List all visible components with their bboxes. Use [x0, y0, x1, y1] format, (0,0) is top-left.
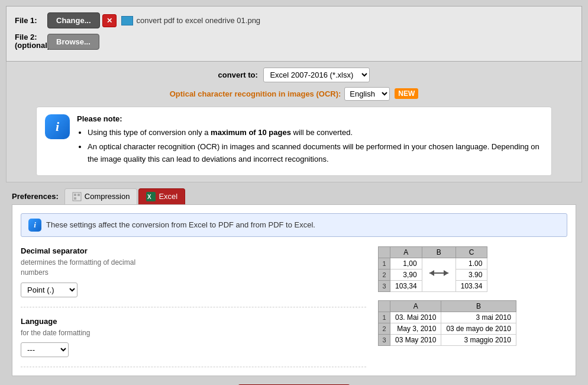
new-badge: NEW	[395, 88, 418, 99]
decimal-separator-section: Decimal separator determines the formatt…	[21, 246, 366, 307]
table1-row2-a: 3,90	[390, 269, 422, 280]
language-select[interactable]: --- English German French Spanish Italia…	[21, 342, 69, 357]
table-row: 2 May 3, 2010 03 de mayo de 2010	[379, 323, 516, 334]
table2-row3-num: 3	[379, 334, 390, 345]
table2-row2-num: 2	[379, 323, 390, 334]
file1-label: File 1:	[15, 16, 47, 25]
tab-compression[interactable]: Compression	[64, 188, 138, 204]
arrow-icon	[427, 267, 451, 279]
convert-footer: Convert Reset	[6, 376, 582, 385]
table-row: 1 1,00	[379, 258, 487, 269]
date-table: A B 1 03. Mai 2010 3 mai 2010	[378, 300, 516, 346]
table-row: 1 03. Mai 2010 3 mai 2010	[379, 312, 516, 323]
change-button[interactable]: Change...	[47, 12, 100, 28]
table1-arrow-cell	[422, 258, 455, 291]
table1-row1-c: 1.00	[455, 258, 487, 269]
date-table-container: A B 1 03. Mai 2010 3 mai 2010	[378, 300, 567, 346]
table2-row1-num: 1	[379, 312, 390, 323]
file-section: File 1: Change... ✕ convert pdf to excel…	[6, 6, 582, 62]
table1-row2-c: 3.90	[455, 269, 487, 280]
file1-name: convert pdf to excel onedrive 01.png	[137, 16, 261, 25]
main-container: File 1: Change... ✕ convert pdf to excel…	[0, 0, 588, 385]
table2-col-b: B	[441, 300, 516, 312]
compression-icon	[72, 192, 82, 201]
svg-rect-1	[74, 194, 76, 196]
table2-row1-a: 03. Mai 2010	[390, 312, 441, 323]
note-item2: An optical character recognition (OCR) i…	[88, 141, 543, 166]
convert-section: convert to: Excel 2007-2016 (*.xlsx) Exc…	[6, 62, 582, 182]
table1-row3-c: 103.34	[455, 280, 487, 291]
file-type-icon	[121, 16, 133, 25]
decimal-separator-title: Decimal separator	[21, 246, 366, 255]
table1-row1-a: 1,00	[390, 258, 422, 269]
language-title: Language	[21, 317, 366, 326]
language-desc: for the date formatting	[21, 328, 366, 338]
browse-button[interactable]: Browse...	[47, 34, 99, 50]
table2-row1-b: 3 mai 2010	[441, 312, 516, 323]
note-content: Please note: Using this type of conversi…	[77, 114, 543, 168]
table1-col-b: B	[422, 246, 455, 258]
file2-row: File 2: (optional) Browse...	[15, 33, 573, 50]
decimal-table: A B C 1 1,00	[378, 246, 487, 292]
table1-col-a: A	[390, 246, 422, 258]
convert-to-row: convert to: Excel 2007-2016 (*.xlsx) Exc…	[12, 68, 576, 82]
convert-to-label: convert to:	[218, 70, 258, 79]
ocr-language-select[interactable]: English German French Spanish	[344, 87, 390, 101]
prefs-info-text: These settings affect the conversion fro…	[46, 220, 315, 229]
prefs-info-bar: i These settings affect the conversion f…	[21, 213, 567, 237]
decimal-table-container: A B C 1 1,00	[378, 246, 567, 292]
table1-corner-header	[379, 246, 390, 258]
excel-icon: X	[146, 192, 156, 201]
tab-excel[interactable]: X Excel	[138, 188, 185, 204]
table2-row2-b: 03 de mayo de 2010	[441, 323, 516, 334]
preferences-section: Preferences: Compression X	[6, 182, 582, 376]
table1-row1-num: 1	[379, 258, 390, 269]
prefs-content: i These settings affect the conversion f…	[12, 204, 576, 376]
tab-bar: Compression X Excel	[64, 188, 185, 204]
prefs-header: Preferences: Compression X	[12, 188, 576, 204]
svg-marker-9	[429, 270, 434, 276]
table1-col-c: C	[455, 246, 487, 258]
delete-button[interactable]: ✕	[102, 14, 117, 27]
format-select[interactable]: Excel 2007-2016 (*.xlsx) Excel 97-2003 (…	[263, 68, 370, 82]
decimal-separator-desc: determines the formatting of decimal num…	[21, 258, 366, 278]
table2-row2-a: May 3, 2010	[390, 323, 441, 334]
language-section: Language for the date formatting --- Eng…	[21, 317, 366, 368]
prefs-label: Preferences:	[12, 192, 59, 201]
svg-text:X: X	[147, 194, 151, 200]
ocr-row: Optical character recognition in images …	[12, 87, 576, 101]
svg-rect-3	[74, 197, 76, 200]
table2-row3-b: 3 maggio 2010	[441, 334, 516, 345]
decimal-separator-select[interactable]: Point (.) Comma (,)	[21, 283, 77, 297]
table1-row3-num: 3	[379, 280, 390, 291]
table2-row3-a: 03 May 2010	[390, 334, 441, 345]
prefs-info-icon: i	[28, 219, 41, 232]
svg-rect-2	[77, 194, 80, 196]
note-title: Please note:	[77, 114, 543, 123]
note-info-icon: i	[45, 114, 70, 139]
file1-row: File 1: Change... ✕ convert pdf to excel…	[15, 12, 573, 28]
note-box: i Please note: Using this type of conver…	[36, 107, 552, 176]
table1-row2-num: 2	[379, 269, 390, 280]
prefs-left: Decimal separator determines the formatt…	[21, 246, 366, 367]
note-list: Using this type of conversion only a max…	[88, 127, 543, 166]
file2-label: File 2: (optional)	[15, 33, 47, 50]
ocr-label: Optical character recognition in images …	[170, 89, 341, 98]
table1-row3-a: 103,34	[390, 280, 422, 291]
table-row: 3 03 May 2010 3 maggio 2010	[379, 334, 516, 345]
table2-col-a: A	[390, 300, 441, 312]
prefs-right: A B C 1 1,00	[378, 246, 567, 367]
table2-corner-header	[379, 300, 390, 312]
prefs-body: Decimal separator determines the formatt…	[21, 246, 567, 367]
note-item1: Using this type of conversion only a max…	[88, 127, 543, 139]
